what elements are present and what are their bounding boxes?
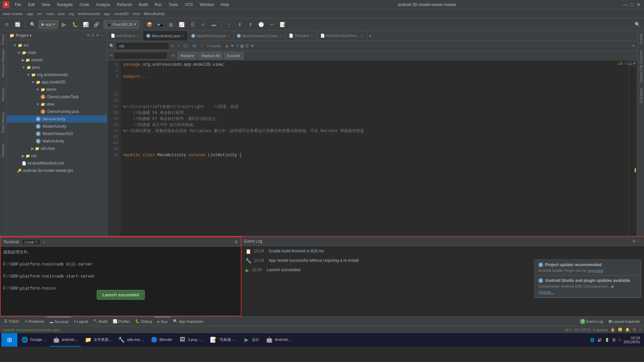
tab-more-btn[interactable]: ▾	[367, 34, 373, 38]
breadcrumb-part[interactable]: andresoviedo	[78, 12, 100, 16]
menu-edit[interactable]: Edit	[25, 2, 38, 8]
menu-navigate[interactable]: Navigate	[54, 2, 75, 8]
revert-btn[interactable]: ↩	[267, 20, 277, 29]
tree-org[interactable]: ▼ 📁 org.andresoviedo	[7, 71, 107, 78]
taskbar-notepad[interactable]: 📝 *无标题 -...	[207, 333, 239, 347]
tree-menuactivity[interactable]: C MenuActivity	[7, 115, 107, 123]
find-in-files-btn[interactable]: ↗	[235, 44, 239, 48]
project-tab[interactable]: Project	[1, 32, 6, 47]
avd-manager-btn[interactable]: 📲	[156, 20, 165, 29]
favorites-tab[interactable]: Favorites	[1, 141, 6, 159]
menu-refactor[interactable]: Refactor	[114, 2, 135, 8]
panel-settings-icon[interactable]: ⚙	[96, 33, 99, 38]
terminal-content[interactable]: 或批处理文件。 F:\SDK\platform-tools>adb kill-s…	[1, 247, 241, 316]
breadcrumb-part[interactable]: view	[133, 12, 140, 16]
search-input[interactable]	[116, 42, 169, 50]
taskbar-image[interactable]: 🖼 3.png - ...	[176, 333, 206, 347]
menu-build[interactable]: Build	[136, 2, 151, 8]
breadcrumb-current[interactable]: MenuActivity	[144, 12, 165, 16]
event-log-toolbar-btn[interactable]: 3 Event Log	[577, 317, 606, 326]
system-clock[interactable]: 10:24 2021/8/31	[624, 336, 640, 344]
event-log-settings[interactable]: ⚙	[632, 239, 636, 244]
annotate-btn[interactable]: 📝	[278, 20, 287, 29]
event-log-close[interactable]: —	[637, 239, 641, 244]
resource-manager-tab[interactable]: Resource Manager	[1, 47, 6, 79]
debug-btn[interactable]: 🐛	[70, 20, 79, 29]
breadcrumb-part[interactable]: app	[104, 12, 110, 16]
attach-btn[interactable]: 🔗	[92, 20, 101, 29]
terminal-btn[interactable]: ▬	[209, 20, 219, 29]
tree-modelviewergui[interactable]: C ModelViewerGUI	[7, 130, 107, 137]
breadcrumb-part[interactable]: ewer-master	[3, 12, 23, 16]
replace-button[interactable]: Replace	[177, 52, 197, 59]
tab-menuactivity[interactable]: C MenuActivity.java ✕	[143, 31, 188, 41]
git3-btn[interactable]: ⬆	[246, 20, 255, 29]
add-terminal-btn[interactable]: +	[43, 239, 45, 245]
run-config-select[interactable]: ▶ app ▾	[39, 20, 58, 29]
build-variants-tab[interactable]: Build Variants	[1, 110, 6, 135]
tab-activity[interactable]: 📄 activity.java ✕	[107, 31, 143, 41]
close-terminal-tab[interactable]: ✕	[35, 240, 38, 244]
update-link[interactable]: Update...	[538, 290, 555, 295]
breadcrumb-part[interactable]: src	[37, 12, 42, 16]
tree-mainactivity[interactable]: C MainActivity	[7, 137, 107, 145]
global-search-btn[interactable]: 🔍	[633, 20, 642, 29]
tree-res[interactable]: ▶ 📁 res	[7, 152, 107, 160]
breadcrumb-part[interactable]: java	[58, 12, 65, 16]
exclude-button[interactable]: Exclude	[224, 52, 243, 59]
app-inspection-btn[interactable]: 🔍 App Inspection	[170, 317, 206, 326]
close-tab-viewergui[interactable]: ✕	[279, 34, 282, 38]
tree-assets[interactable]: ▶ 📁 assets	[7, 56, 107, 64]
tree-jks[interactable]: 🔑 android-3d-model-viewer.jks	[7, 167, 107, 174]
debug-toolbar-btn[interactable]: 🐛 Debug	[132, 317, 154, 326]
close-tab-activity[interactable]: ✕	[137, 34, 139, 38]
taskbar-android[interactable]: 🤖 android-...	[50, 333, 81, 347]
panel-sync-icon[interactable]: ⚙	[87, 33, 90, 38]
filter-btn[interactable]: ▦	[240, 44, 244, 48]
git-btn[interactable]: ⑂	[224, 20, 234, 29]
structure-tab[interactable]: Structure	[1, 86, 6, 104]
layout-inspector-toolbar-btn[interactable]: ▦ Layout Inspector	[606, 317, 643, 326]
taskbar-blender[interactable]: 🔵 Blender	[148, 333, 175, 347]
minimize-btn[interactable]: —	[623, 2, 628, 7]
emoji-btn[interactable]: 😊	[618, 327, 623, 332]
close-tab-model[interactable]: ✕	[227, 34, 230, 38]
upgrade-link[interactable]: upgraded	[588, 268, 603, 273]
tree-src[interactable]: ▼ 📁 src	[7, 42, 107, 49]
logcat-btn[interactable]: ≡	[199, 20, 208, 29]
tree-java[interactable]: ▼ 📁 java	[7, 64, 107, 71]
menu-code[interactable]: Code	[77, 2, 92, 8]
logcat-toolbar-btn[interactable]: ≡ Logcat	[71, 317, 91, 326]
network-icon[interactable]: 🌐	[590, 338, 595, 342]
run-button[interactable]: ▶	[59, 20, 69, 29]
sync-btn[interactable]: 🔄	[13, 20, 22, 29]
git2-btn[interactable]: ⬇	[235, 20, 245, 29]
maximize-btn[interactable]: □	[629, 2, 635, 7]
start-button[interactable]: ⊞	[1, 333, 17, 347]
emulator-tab[interactable]: Emulator	[638, 85, 644, 106]
tab-modelactivity[interactable]: C ModelActivity.java ✕	[188, 31, 233, 41]
taskbar-files[interactable]: 📁 文件资源...	[82, 333, 114, 347]
preserve-case-btn[interactable]: .*	[199, 44, 204, 48]
database-btn[interactable]: 🗄	[188, 20, 197, 29]
terminal-toolbar-btn[interactable]: ▬ Terminal	[47, 317, 71, 326]
terminal-local-tab[interactable]: Local ✕	[22, 239, 41, 245]
search-everywhere-btn[interactable]: 🔍	[28, 20, 37, 29]
tree-modelactivity[interactable]: C ModelActivity	[7, 123, 107, 130]
history-btn[interactable]: 🕐	[257, 20, 266, 29]
build-toolbar-btn[interactable]: 🔨 Build	[91, 317, 110, 326]
sdk-manager-btn[interactable]: 📦	[145, 20, 154, 29]
nav-down-icon[interactable]: ▼	[633, 62, 636, 65]
battery-icon[interactable]: 🔋	[605, 338, 609, 342]
filter2-btn[interactable]: ▼	[250, 44, 254, 48]
device-file-explorer-tab[interactable]: Device File Explorer	[638, 47, 644, 85]
expand-notif-btn[interactable]: ▶	[611, 284, 614, 288]
breadcrumb-part[interactable]: main	[46, 12, 54, 16]
case-btn[interactable]: Cc	[182, 44, 190, 48]
prev-result-btn[interactable]: ▲	[225, 44, 229, 48]
tree-demoloadertask[interactable]: C DemoLoaderTask	[7, 93, 107, 101]
breadcrumb-part[interactable]: org	[69, 12, 74, 16]
taskbar-google[interactable]: 🌐 Google ...	[18, 333, 49, 347]
taskbar-run[interactable]: ▶ 运行	[240, 333, 262, 347]
tree-demo[interactable]: ▼ 📁 demo	[7, 86, 107, 93]
